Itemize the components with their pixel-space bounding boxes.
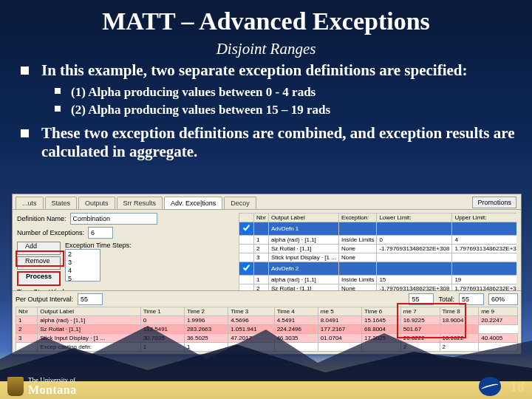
label-per-output: Per Output Interval:	[16, 296, 73, 303]
bullet-1: In this example, two separate exception …	[21, 61, 519, 118]
bullet-2: These two exception definitions are comb…	[21, 124, 519, 161]
tab-0[interactable]: ...uts	[16, 197, 44, 209]
grid-row[interactable]: 1alpha (rad) · [1,1]Inside Limits1519	[239, 276, 517, 284]
promotions-button[interactable]: Promotions	[472, 197, 516, 208]
add-button[interactable]: Add	[17, 242, 61, 255]
results-row[interactable]: 3Stick Input Display · [1 ...30.703536.5…	[16, 334, 518, 343]
total-value-1: 55	[409, 293, 434, 305]
results-grid[interactable]: NbrOutput LabelTime 1Time 2Time 3Time 4m…	[16, 307, 518, 352]
results-row[interactable]: Excep casting defn:1122	[16, 343, 518, 352]
total-pct: 60%	[488, 293, 518, 305]
bullet-1a: (1) Alpha producing values between 0 - 4…	[55, 84, 519, 100]
definition-name-select[interactable]: Combination	[70, 213, 157, 225]
grid-row[interactable]: AdvDefn 1	[239, 222, 517, 236]
tab-strip: ...uts States Outputs Srr Results Adv. E…	[13, 194, 521, 210]
bullet-1b: (2) Alpha producing values between 15 – …	[55, 102, 519, 117]
per-output-value[interactable]: 55	[78, 293, 103, 305]
label-num-exceptions: Number of Exceptions:	[17, 229, 84, 236]
nasa-logo-icon	[479, 377, 501, 396]
shield-icon	[7, 377, 24, 396]
exception-grid[interactable]: NbrOutput LabelException:Lower Limit:Upp…	[239, 213, 516, 302]
label-exc-time: Exception Time Steps:	[65, 242, 132, 249]
row-checkbox[interactable]	[242, 223, 251, 233]
grid-row[interactable]: AdvDefn 2	[239, 262, 517, 276]
total-value-2: 55	[459, 293, 484, 305]
tab-5[interactable]: Decoy	[224, 197, 256, 209]
tab-3[interactable]: Srr Results	[117, 197, 163, 209]
label-definition-name: Definition Name:	[17, 215, 66, 222]
app-screenshot: ...uts States Outputs Srr Results Adv. E…	[12, 194, 522, 355]
slide-title: MATT – Advanced Exceptions	[0, 0, 532, 38]
row-checkbox[interactable]	[242, 263, 251, 273]
results-panel: Per Output Interval: 55 55 Total: 55 60%…	[13, 290, 521, 354]
remove-button[interactable]: Remove	[17, 256, 61, 270]
grid-row[interactable]: 1alpha (rad) · [1,1]Inside Limits04	[239, 236, 517, 245]
tab-2[interactable]: Outputs	[78, 197, 115, 209]
footer: The University of Montana 18	[0, 374, 532, 399]
university-logo: The University of Montana	[7, 376, 77, 397]
exception-steps-list[interactable]: 2 3 4 5	[65, 249, 100, 282]
tab-adv-exceptions[interactable]: Adv. Exce|tions	[164, 197, 222, 209]
results-row[interactable]: 1alpha (rad) · [1,1]01.99964.56964.54918…	[16, 316, 518, 325]
process-button[interactable]: Process	[17, 271, 61, 286]
bullet-list: In this example, two separate exception …	[21, 61, 519, 161]
page-number: 18	[510, 378, 525, 395]
label-total: Total:	[438, 296, 454, 303]
grid-row[interactable]: 2Sz Rotlat · [1,1]None-1.79769313486232E…	[239, 245, 517, 253]
num-exceptions-input[interactable]: 6	[88, 227, 113, 239]
slide-subtitle: Disjoint Ranges	[0, 40, 532, 58]
tab-1[interactable]: States	[45, 197, 78, 209]
results-row[interactable]: 2Sz Rotlat · [1,1]113.5491283.26631.051.…	[16, 325, 518, 334]
grid-row[interactable]: 3Stick Input Display · [1 ...None	[239, 253, 517, 262]
